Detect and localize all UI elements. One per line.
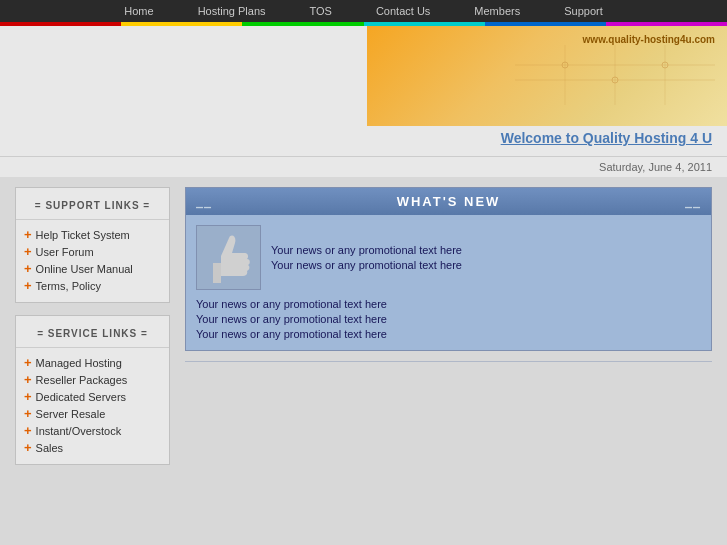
header-area: www.quality-hosting4u.com Welcome to Qua… xyxy=(0,26,727,156)
whats-new-title: WHAT'S NEW xyxy=(212,194,685,209)
support-link-label: Terms, Policy xyxy=(36,280,101,292)
service-link[interactable]: +Server Resale xyxy=(16,405,169,422)
whats-new-content: Your news or any promotional text hereYo… xyxy=(186,215,711,350)
header-dashes-left: ⎯⎯ xyxy=(196,196,212,208)
header-banner: www.quality-hosting4u.com xyxy=(367,26,727,126)
promo-line-bottom: Your news or any promotional text here xyxy=(196,298,701,310)
plus-icon: + xyxy=(24,424,32,437)
service-link-label: Managed Hosting xyxy=(36,357,122,369)
plus-icon: + xyxy=(24,356,32,369)
main-separator xyxy=(185,361,712,362)
header-dashes-right: ⎯⎯ xyxy=(685,196,701,208)
plus-icon: + xyxy=(24,390,32,403)
support-links-list: +Help Ticket System+User Forum+Online Us… xyxy=(16,226,169,294)
support-links-box: = SUPPORT LINKS = +Help Ticket System+Us… xyxy=(15,187,170,303)
thumbs-up-icon xyxy=(201,228,256,288)
promo-line-right: Your news or any promotional text here xyxy=(271,259,462,271)
support-link[interactable]: +User Forum xyxy=(16,243,169,260)
service-link[interactable]: +Dedicated Servers xyxy=(16,388,169,405)
banner-circuit-icon xyxy=(515,45,715,105)
nav-item-contact-us[interactable]: Contact Us xyxy=(354,5,452,17)
nav-item-support[interactable]: Support xyxy=(542,5,625,17)
whats-new-header: ⎯⎯ WHAT'S NEW ⎯⎯ xyxy=(186,188,711,215)
plus-icon: + xyxy=(24,262,32,275)
plus-icon: + xyxy=(24,228,32,241)
main-panel: ⎯⎯ WHAT'S NEW ⎯⎯ Yo xyxy=(185,187,712,465)
promo-line-bottom: Your news or any promotional text here xyxy=(196,313,701,325)
website-url: www.quality-hosting4u.com xyxy=(583,34,715,45)
date-bar: Saturday, June 4, 2011 xyxy=(0,156,727,177)
service-link-label: Reseller Packages xyxy=(36,374,128,386)
service-link[interactable]: +Reseller Packages xyxy=(16,371,169,388)
service-link-label: Instant/Overstock xyxy=(36,425,122,437)
promo-text-bottom: Your news or any promotional text hereYo… xyxy=(196,298,701,340)
service-link[interactable]: +Managed Hosting xyxy=(16,354,169,371)
service-link-label: Server Resale xyxy=(36,408,106,420)
plus-icon: + xyxy=(24,441,32,454)
support-link-label: Online User Manual xyxy=(36,263,133,275)
service-links-box: = SERVICE LINKS = +Managed Hosting+Resel… xyxy=(15,315,170,465)
support-link[interactable]: +Online User Manual xyxy=(16,260,169,277)
service-links-list: +Managed Hosting+Reseller Packages+Dedic… xyxy=(16,354,169,456)
nav-item-home[interactable]: Home xyxy=(102,5,175,17)
service-link-label: Dedicated Servers xyxy=(36,391,127,403)
support-link[interactable]: +Help Ticket System xyxy=(16,226,169,243)
support-link[interactable]: +Terms, Policy xyxy=(16,277,169,294)
welcome-heading: Welcome to Quality Hosting 4 U xyxy=(501,130,712,146)
plus-icon: + xyxy=(24,373,32,386)
promo-line-right: Your news or any promotional text here xyxy=(271,244,462,256)
support-links-title: = SUPPORT LINKS = xyxy=(16,196,169,220)
nav-item-hosting-plans[interactable]: Hosting Plans xyxy=(176,5,288,17)
top-navigation: HomeHosting PlansTOSContact UsMembersSup… xyxy=(0,0,727,22)
nav-item-members[interactable]: Members xyxy=(452,5,542,17)
main-content: = SUPPORT LINKS = +Help Ticket System+Us… xyxy=(0,177,727,475)
plus-icon: + xyxy=(24,245,32,258)
promo-text-right: Your news or any promotional text hereYo… xyxy=(271,225,462,290)
date-text: Saturday, June 4, 2011 xyxy=(599,161,712,173)
service-link[interactable]: +Instant/Overstock xyxy=(16,422,169,439)
service-links-title: = SERVICE LINKS = xyxy=(16,324,169,348)
whats-new-box: ⎯⎯ WHAT'S NEW ⎯⎯ Yo xyxy=(185,187,712,351)
nav-item-tos[interactable]: TOS xyxy=(288,5,354,17)
service-link[interactable]: +Sales xyxy=(16,439,169,456)
banner-decoration xyxy=(379,45,715,105)
promo-line-bottom: Your news or any promotional text here xyxy=(196,328,701,340)
service-link-label: Sales xyxy=(36,442,64,454)
plus-icon: + xyxy=(24,407,32,420)
thumb-image xyxy=(196,225,261,290)
sidebar: = SUPPORT LINKS = +Help Ticket System+Us… xyxy=(15,187,170,465)
support-link-label: Help Ticket System xyxy=(36,229,130,241)
support-link-label: User Forum xyxy=(36,246,94,258)
whats-new-top-row: Your news or any promotional text hereYo… xyxy=(196,225,701,290)
plus-icon: + xyxy=(24,279,32,292)
